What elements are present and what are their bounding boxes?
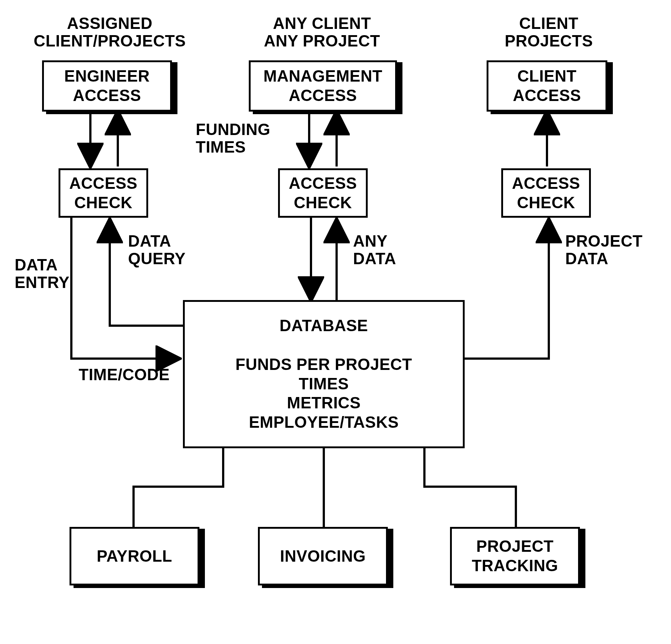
box-invoicing: INVOICING [258, 527, 388, 585]
header-engineer: ASSIGNED CLIENT/PROJECTS [26, 15, 194, 50]
label-data-query: DATA QUERY [128, 232, 185, 268]
label-data-entry: DATA ENTRY [15, 256, 70, 292]
label-project-data: PROJECT DATA [565, 232, 642, 268]
box-access-check-1: ACCESS CHECK [59, 168, 148, 218]
box-database: DATABASE FUNDS PER PROJECT TIMES METRICS… [183, 300, 465, 448]
box-access-check-3: ACCESS CHECK [501, 168, 591, 218]
label-any-data: ANY DATA [353, 232, 396, 268]
header-management: ANY CLIENT ANY PROJECT [249, 15, 395, 50]
label-time-code: TIME/CODE [79, 366, 170, 383]
header-client: CLIENT PROJECTS [476, 15, 622, 50]
box-client-access: CLIENT ACCESS [487, 60, 607, 112]
box-project-tracking: PROJECT TRACKING [450, 527, 580, 585]
box-access-check-2: ACCESS CHECK [278, 168, 368, 218]
box-management-access: MANAGEMENT ACCESS [249, 60, 397, 112]
box-engineer-access: ENGINEER ACCESS [42, 60, 172, 112]
box-payroll: PAYROLL [70, 527, 199, 585]
label-funding-times: FUNDING TIMES [196, 121, 270, 156]
